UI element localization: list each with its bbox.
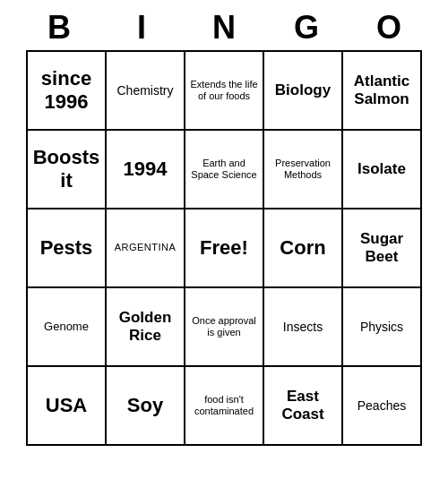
cell-i4: Golden Rice xyxy=(107,288,185,367)
letter-g: G xyxy=(267,9,346,47)
cell-g1: Biology xyxy=(264,52,343,131)
cell-i3: ARGENTINA xyxy=(107,209,185,288)
letter-o: O xyxy=(349,9,428,47)
cell-b4: Genome xyxy=(28,288,107,367)
cell-i5: Soy xyxy=(107,367,185,446)
cell-b2: Boosts it xyxy=(28,131,107,209)
cell-n4: Once approval is given xyxy=(185,288,264,367)
cell-o3: Sugar Beet xyxy=(343,209,422,288)
letter-i: I xyxy=(102,9,181,47)
cell-g4: Insects xyxy=(264,288,343,367)
cell-b5: USA xyxy=(28,367,107,446)
cell-g2: Preservation Methods xyxy=(264,131,343,209)
cell-i2: 1994 xyxy=(107,131,185,209)
cell-o2: Isolate xyxy=(343,131,422,209)
cell-b3: Pests xyxy=(28,209,107,288)
cell-g5: East Coast xyxy=(264,367,343,446)
letter-n: N xyxy=(185,9,263,47)
cell-o5: Peaches xyxy=(343,367,422,446)
bingo-header: B I N G O xyxy=(18,9,430,47)
cell-g3: Corn xyxy=(264,209,343,288)
cell-n3-free: Free! xyxy=(185,209,264,288)
cell-n5: food isn't contaminated xyxy=(185,367,264,446)
cell-n2: Earth and Space Science xyxy=(185,131,264,209)
bingo-grid: since 1996 Chemistry Extends the life of… xyxy=(26,50,422,446)
cell-n1: Extends the life of our foods xyxy=(185,52,264,131)
cell-o4: Physics xyxy=(343,288,422,367)
cell-b1: since 1996 xyxy=(28,52,107,131)
cell-i1: Chemistry xyxy=(107,52,185,131)
cell-o1: Atlantic Salmon xyxy=(343,52,422,131)
letter-b: B xyxy=(20,9,99,47)
